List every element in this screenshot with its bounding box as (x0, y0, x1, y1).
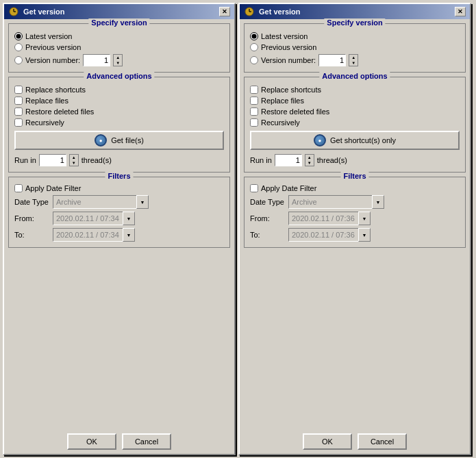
specify-version-group-1: Specify version Latest version Previous … (8, 23, 230, 73)
clock-icon-2 (244, 6, 255, 17)
action-icon-2: ● (314, 134, 326, 147)
from-label-1: From: (14, 214, 49, 222)
to-datetime-btn-1[interactable]: ▼ (123, 228, 135, 242)
radio-previous-input-2[interactable] (250, 43, 258, 51)
action-button-1[interactable]: ● Get file(s) (14, 131, 224, 150)
checkbox-files-2: Replace files (250, 97, 460, 105)
checkbox-deleted-1: Restore deleted files (14, 107, 224, 116)
checkbox-group-1: Replace shortcuts Replace files Restore … (14, 86, 224, 127)
date-type-row-1: Date Type Archive ▼ (14, 195, 224, 209)
dialog-content-2: Specify version Latest version Previous … (240, 19, 470, 429)
title-bar-2: Get version ✕ (240, 4, 470, 19)
radio-number-label-1: Version number: (25, 56, 80, 64)
advanced-options-title-1: Advanced options (84, 72, 154, 80)
cancel-button-1[interactable]: Cancel (122, 433, 171, 450)
radio-number-input-1[interactable] (14, 56, 23, 64)
checkbox-deleted-input-2[interactable] (250, 107, 258, 116)
checkbox-group-2: Replace shortcuts Replace files Restore … (250, 86, 460, 127)
thread-spinner-down-2[interactable]: ▼ (305, 160, 314, 166)
spinner-down-1[interactable]: ▼ (114, 60, 122, 66)
to-label-2: To: (250, 231, 284, 239)
checkbox-shortcuts-label-2: Replace shortcuts (261, 86, 321, 94)
to-datetime-wrapper-2: ▼ (288, 228, 371, 242)
checkbox-deleted-input-1[interactable] (14, 107, 23, 116)
close-button-1[interactable]: ✕ (219, 7, 230, 16)
radio-number-input-2[interactable] (250, 56, 258, 64)
clock-icon-1 (8, 6, 19, 17)
filters-title-1: Filters (105, 172, 133, 180)
dialog-content-1: Specify version Latest version Previous … (4, 19, 234, 429)
thread-count-input-1[interactable] (39, 154, 66, 166)
checkbox-files-label-1: Replace files (25, 97, 68, 105)
date-type-label-1: Date Type (14, 198, 49, 206)
from-datetime-btn-2[interactable]: ▼ (358, 212, 371, 225)
radio-previous-label-2: Previous version (261, 43, 316, 51)
checkbox-recursive-label-2: Recursively (261, 118, 300, 127)
version-spinner-buttons-2: ▲ ▼ (349, 54, 358, 66)
apply-date-filter-1: Apply Date Filter (14, 184, 224, 192)
filters-group-2: Filters Apply Date Filter Date Type Arch… (244, 177, 466, 248)
thread-spinner-down-1[interactable]: ▼ (70, 160, 78, 166)
to-datetime-btn-2[interactable]: ▼ (358, 228, 371, 242)
spinner-up-1[interactable]: ▲ (114, 55, 122, 60)
ok-button-2[interactable]: OK (303, 433, 352, 450)
action-button-2[interactable]: ● Get shortcut(s) only (250, 131, 460, 150)
checkbox-recursive-input-1[interactable] (14, 118, 23, 127)
checkbox-files-input-1[interactable] (14, 97, 23, 105)
apply-date-filter-input-2[interactable] (250, 184, 258, 192)
from-datetime-wrapper-1: ▼ (53, 212, 135, 225)
thread-spinner-buttons-2: ▲ ▼ (305, 154, 314, 166)
date-type-wrapper-1: Archive ▼ (53, 195, 149, 209)
checkbox-shortcuts-input-2[interactable] (250, 86, 258, 94)
specify-version-title-1: Specify version (88, 18, 149, 27)
to-row-1: To: ▼ (14, 228, 224, 242)
spinner-down-2[interactable]: ▼ (349, 60, 358, 66)
apply-date-filter-input-1[interactable] (14, 184, 23, 192)
from-datetime-btn-1[interactable]: ▼ (123, 212, 135, 225)
radio-latest-input-1[interactable] (14, 32, 23, 40)
spinner-up-2[interactable]: ▲ (349, 55, 358, 60)
thread-count-input-2[interactable] (275, 154, 302, 166)
checkbox-recursive-label-1: Recursively (25, 118, 64, 127)
close-button-2[interactable]: ✕ (455, 7, 466, 16)
thread-spinner-up-2[interactable]: ▲ (305, 155, 314, 160)
from-row-1: From: ▼ (14, 212, 224, 225)
checkbox-files-1: Replace files (14, 97, 224, 105)
radio-latest-2: Latest version (250, 32, 460, 40)
filters-title-2: Filters (340, 172, 368, 180)
checkbox-recursive-input-2[interactable] (250, 118, 258, 127)
filters-group-1: Filters Apply Date Filter Date Type Arch… (8, 177, 230, 248)
title-text-2: Get version (259, 8, 451, 16)
ok-button-1[interactable]: OK (67, 433, 116, 450)
version-spinner-1: ▲ ▼ (83, 54, 123, 66)
checkbox-files-input-2[interactable] (250, 97, 258, 105)
from-datetime-wrapper-2: ▼ (288, 212, 371, 225)
checkbox-shortcuts-input-1[interactable] (14, 86, 23, 94)
action-icon-1: ● (95, 134, 107, 147)
date-type-select-2[interactable]: Archive (288, 195, 384, 209)
checkbox-recursive-1: Recursively (14, 118, 224, 127)
version-number-input-1[interactable] (83, 54, 110, 66)
thread-run-label-2: Run in (250, 156, 272, 164)
version-radio-group-1: Latest version Previous version Version … (14, 32, 224, 66)
radio-number-1: Version number: ▲ ▼ (14, 54, 224, 66)
version-radio-group-2: Latest version Previous version Version … (250, 32, 460, 66)
radio-latest-input-2[interactable] (250, 32, 258, 40)
dialog-2: Get version ✕ Specify version Latest ver… (238, 3, 471, 455)
dialog-1: Get version ✕ Specify version Latest ver… (3, 3, 236, 455)
apply-date-filter-2: Apply Date Filter (250, 184, 460, 192)
date-type-select-1[interactable]: Archive (53, 195, 149, 209)
radio-previous-input-1[interactable] (14, 43, 23, 51)
thread-spinner-up-1[interactable]: ▲ (70, 155, 78, 160)
to-row-2: To: ▼ (250, 228, 460, 242)
from-row-2: From: ▼ (250, 212, 460, 225)
title-text-1: Get version (23, 8, 215, 16)
thread-suffix-label-1: thread(s) (82, 156, 112, 164)
advanced-options-title-2: Advanced options (319, 72, 390, 80)
cancel-button-2[interactable]: Cancel (358, 433, 407, 450)
version-number-input-2[interactable] (318, 54, 346, 66)
apply-date-filter-label-2: Apply Date Filter (261, 184, 316, 192)
to-datetime-wrapper-1: ▼ (53, 228, 135, 242)
date-type-wrapper-2: Archive ▼ (288, 195, 384, 209)
title-bar-1: Get version ✕ (4, 4, 234, 19)
